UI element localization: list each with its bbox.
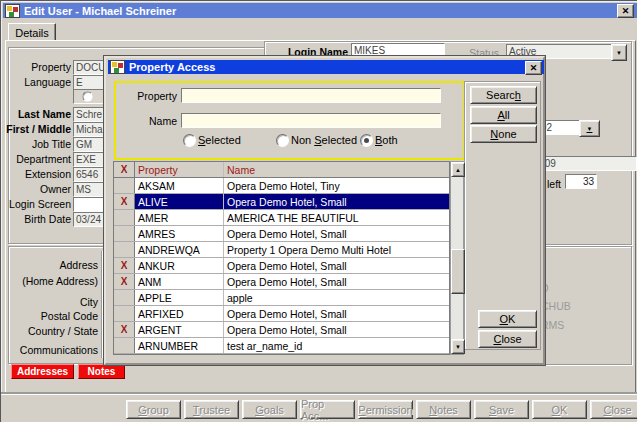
table-row[interactable]: AKSAMOpera Demo Hotel, Tiny bbox=[114, 178, 449, 194]
window-titlebar[interactable]: Edit User - Michael Schreiner bbox=[3, 3, 637, 18]
birth-date-label: Birth Date bbox=[1, 213, 71, 225]
radio-non-selected-label[interactable]: Non Selected bbox=[291, 134, 357, 146]
days-left-value: 33 bbox=[565, 174, 597, 189]
table-row[interactable]: AMRESOpera Demo Hotel, Small bbox=[114, 226, 449, 242]
app-icon bbox=[5, 4, 20, 18]
radio-selected-label[interactable]: Selected bbox=[198, 134, 241, 146]
property-cell: ARFIXED bbox=[135, 306, 224, 321]
header-name[interactable]: Name bbox=[224, 162, 449, 177]
language-label: Language bbox=[1, 76, 71, 88]
scroll-down-icon[interactable]: ▼ bbox=[451, 339, 465, 354]
department-label: Department bbox=[1, 153, 71, 165]
bottom-toolbar: GroupTrusteeGoalsProp Acc...PermissionNo… bbox=[1, 394, 637, 422]
property-cell: AKSAM bbox=[135, 178, 224, 193]
table-row[interactable]: XARGENTOpera Demo Hotel, Small bbox=[114, 322, 449, 338]
x-mark-cell bbox=[114, 178, 135, 193]
window-close-icon[interactable]: ✕ bbox=[617, 4, 634, 18]
x-mark-cell: X bbox=[114, 274, 135, 289]
name-cell: Opera Demo Hotel, Tiny bbox=[224, 178, 449, 193]
table-row[interactable]: XANMOpera Demo Hotel, Small bbox=[114, 274, 449, 290]
status-dropdown-icon[interactable]: ▼ bbox=[611, 44, 627, 61]
none-button[interactable]: None bbox=[470, 125, 537, 143]
notes-red-button[interactable]: Notes bbox=[78, 364, 125, 379]
job-title-label: Job Title bbox=[1, 138, 71, 150]
property-table: X Property Name AKSAMOpera Demo Hotel, T… bbox=[113, 161, 450, 355]
postal-code-label: Postal Code bbox=[1, 310, 98, 322]
property-cell: AMER bbox=[135, 210, 224, 225]
table-row[interactable]: ARFIXEDOpera Demo Hotel, Small bbox=[114, 306, 449, 322]
property-label: Property bbox=[1, 61, 71, 73]
hidden-radio-icon[interactable] bbox=[82, 91, 92, 101]
x-mark-cell: X bbox=[114, 258, 135, 273]
header-x[interactable]: X bbox=[114, 162, 135, 177]
right-fragment-2: CHUB bbox=[541, 300, 571, 312]
address-label: Address bbox=[1, 259, 98, 271]
name-cell: Opera Demo Hotel, Small bbox=[224, 194, 449, 209]
property-cell: AMRES bbox=[135, 226, 224, 241]
name-cell: Opera Demo Hotel, Small bbox=[224, 258, 449, 273]
search-button[interactable]: Search bbox=[470, 86, 537, 104]
extension-label: Extension bbox=[1, 168, 71, 180]
table-body: AKSAMOpera Demo Hotel, TinyXALIVEOpera D… bbox=[114, 178, 449, 354]
ok-button[interactable]: OK bbox=[478, 310, 537, 328]
dialog-name-input[interactable] bbox=[181, 113, 441, 128]
x-mark-cell bbox=[114, 338, 135, 353]
property-cell: ANKUR bbox=[135, 258, 224, 273]
header-property[interactable]: Property bbox=[135, 162, 224, 177]
x-mark-cell bbox=[114, 210, 135, 225]
table-row[interactable]: ANDREWQAProperty 1 Opera Demo Multi Hote… bbox=[114, 242, 449, 258]
x-mark-cell bbox=[114, 290, 135, 305]
toolbar-button-prop-acc[interactable]: Prop Acc... bbox=[300, 400, 355, 419]
x-mark-cell bbox=[114, 242, 135, 257]
close-button[interactable]: Close bbox=[478, 330, 537, 348]
radio-non-selected-icon[interactable] bbox=[276, 134, 289, 147]
name-cell: AMERICA THE BEAUTIFUL bbox=[224, 210, 449, 225]
radio-both-icon[interactable] bbox=[360, 134, 373, 147]
table-row[interactable]: XANKUROpera Demo Hotel, Small bbox=[114, 258, 449, 274]
property-cell: APPLE bbox=[135, 290, 224, 305]
owner-label: Owner bbox=[1, 183, 71, 195]
toolbar-button-goals[interactable]: Goals bbox=[242, 400, 297, 419]
dialog-close-icon[interactable]: ✕ bbox=[525, 61, 542, 75]
dialog-title: Property Access bbox=[129, 61, 215, 73]
edit-user-window: Edit User - Michael Schreiner ✕ Details … bbox=[0, 0, 637, 422]
table-row[interactable]: APPLEapple bbox=[114, 290, 449, 306]
all-button[interactable]: All bbox=[470, 106, 537, 124]
toolbar-button-close[interactable]: Close bbox=[590, 400, 637, 419]
radio-selected-icon[interactable] bbox=[183, 134, 196, 147]
toolbar-button-save[interactable]: Save bbox=[474, 400, 529, 419]
table-row[interactable]: XALIVEOpera Demo Hotel, Small bbox=[114, 194, 449, 210]
toolbar-button-group[interactable]: Group bbox=[126, 400, 181, 419]
name-cell: Opera Demo Hotel, Small bbox=[224, 322, 449, 337]
dialog-titlebar[interactable]: Property Access bbox=[108, 60, 544, 74]
radio-both-label[interactable]: Both bbox=[375, 134, 398, 146]
toolbar-button-permission[interactable]: Permission bbox=[358, 400, 413, 419]
dialog-property-label: Property bbox=[106, 90, 177, 102]
table-scrollbar[interactable]: ▲ ▼ bbox=[450, 161, 464, 355]
city-label: City bbox=[1, 296, 98, 308]
addresses-button[interactable]: Addresses bbox=[11, 364, 74, 379]
scrollbar-thumb[interactable] bbox=[451, 249, 465, 294]
dialog-icon bbox=[110, 60, 125, 74]
property-cell: ARNUMBER bbox=[135, 338, 224, 353]
property-cell: ALIVE bbox=[135, 194, 224, 209]
home-address-label: (Home Address) bbox=[1, 275, 98, 287]
dialog-property-input[interactable] bbox=[181, 88, 441, 103]
table-header-row: X Property Name bbox=[114, 162, 449, 178]
scroll-up-icon[interactable]: ▲ bbox=[451, 162, 465, 177]
name-cell: apple bbox=[224, 290, 449, 305]
table-row[interactable]: ARNUMBERtest ar_name_id bbox=[114, 338, 449, 354]
x-mark-cell: X bbox=[114, 322, 135, 337]
property-access-dialog: Property Access ✕ Property Name Selected… bbox=[104, 56, 545, 365]
toolbar-button-trustee[interactable]: Trustee bbox=[184, 400, 239, 419]
name-cell: Property 1 Opera Demo Multi Hotel bbox=[224, 242, 449, 257]
property-cell: ANDREWQA bbox=[135, 242, 224, 257]
x-mark-cell bbox=[114, 226, 135, 241]
toolbar-button-notes[interactable]: Notes bbox=[416, 400, 471, 419]
lov-button-icon[interactable]: ▼ bbox=[579, 120, 600, 137]
toolbar-button-ok[interactable]: OK bbox=[532, 400, 587, 419]
last-name-label: Last Name bbox=[1, 108, 71, 120]
table-row[interactable]: AMERAMERICA THE BEAUTIFUL bbox=[114, 210, 449, 226]
country-state-label: Country / State bbox=[1, 325, 98, 337]
property-cell: ANM bbox=[135, 274, 224, 289]
